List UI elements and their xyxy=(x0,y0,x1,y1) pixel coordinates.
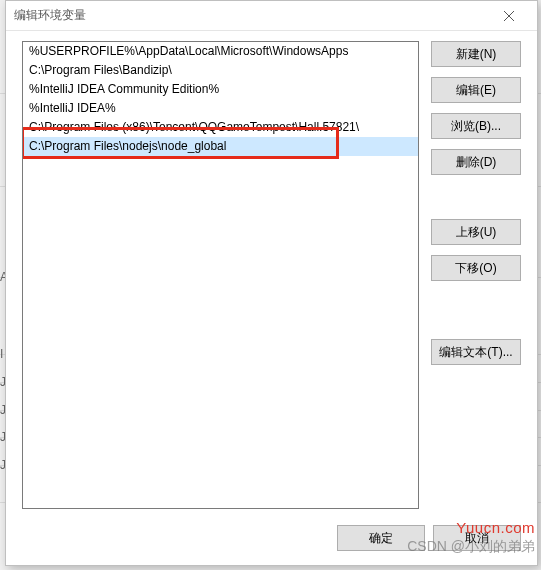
edit-text-button[interactable]: 编辑文本(T)... xyxy=(431,339,521,365)
path-listbox[interactable]: %USERPROFILE%\AppData\Local\Microsoft\Wi… xyxy=(22,41,419,509)
titlebar[interactable]: 编辑环境变量 xyxy=(6,1,537,31)
ok-button[interactable]: 确定 xyxy=(337,525,425,551)
delete-button[interactable]: 删除(D) xyxy=(431,149,521,175)
list-item[interactable]: C:\Program Files (x86)\Tencent\QQGameTem… xyxy=(23,118,418,137)
cancel-button[interactable]: 取消 xyxy=(433,525,521,551)
list-item[interactable]: %IntelliJ IDEA% xyxy=(23,99,418,118)
move-up-button[interactable]: 上移(U) xyxy=(431,219,521,245)
list-item[interactable]: C:\Program Files\Bandizip\ xyxy=(23,61,418,80)
close-icon xyxy=(504,11,514,21)
list-item[interactable]: C:\Program Files\nodejs\node_global xyxy=(23,137,418,156)
dialog-footer: 确定 取消 xyxy=(337,525,521,551)
edit-env-var-dialog: 编辑环境变量 %USERPROFILE%\AppData\Local\Micro… xyxy=(5,0,538,566)
list-item[interactable]: %IntelliJ IDEA Community Edition% xyxy=(23,80,418,99)
browse-button[interactable]: 浏览(B)... xyxy=(431,113,521,139)
list-item[interactable]: %USERPROFILE%\AppData\Local\Microsoft\Wi… xyxy=(23,42,418,61)
move-down-button[interactable]: 下移(O) xyxy=(431,255,521,281)
new-button[interactable]: 新建(N) xyxy=(431,41,521,67)
bg-char: I xyxy=(0,347,3,361)
dialog-title: 编辑环境变量 xyxy=(14,7,489,24)
button-column: 新建(N) 编辑(E) 浏览(B)... 删除(D) 上移(U) 下移(O) 编… xyxy=(431,41,521,509)
close-button[interactable] xyxy=(489,2,529,30)
edit-button[interactable]: 编辑(E) xyxy=(431,77,521,103)
